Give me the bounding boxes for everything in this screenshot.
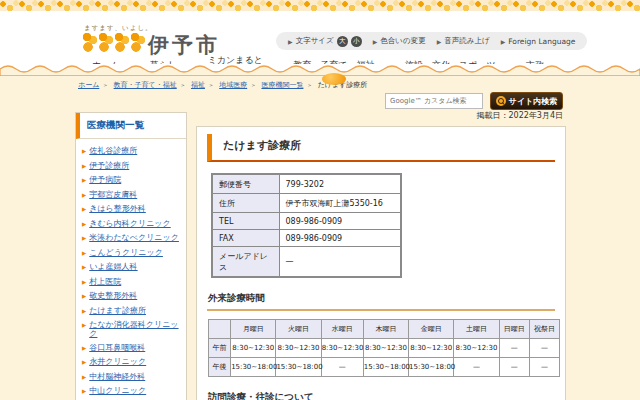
site-header: ますます、いよし。 伊予市 ▶ 文字サイズ 大 小 ▶ 色合いの変更 ▶ 音声読… [0, 11, 640, 64]
sidebar-title: 医療機関一覧 [76, 113, 186, 139]
sidebar-list-item: ▶ 谷口耳鼻咽喉科 [82, 343, 182, 353]
main-content: たけます診療所 郵便番号 799-3202 住所 伊予市双海町上灘5350-16 [196, 126, 566, 400]
info-label: 住所 [212, 194, 279, 213]
foreign-language-link[interactable]: ▶ Foreign Language [501, 37, 576, 46]
day-column-header: 土曜日 [454, 320, 499, 339]
info-label: 郵便番号 [212, 174, 279, 194]
day-column-header: 水曜日 [321, 320, 363, 339]
day-column-header: 月曜日 [231, 320, 276, 339]
search-input[interactable] [385, 93, 483, 109]
color-change-label: 色合いの変更 [380, 36, 425, 46]
font-size-small-button[interactable]: 小 [351, 36, 362, 47]
hours-cell: 8:30~12:30 [454, 339, 499, 358]
arrow-icon: ▶ [82, 248, 86, 258]
arrow-icon: ▶ [82, 175, 86, 185]
hours-cell: 8:30~12:30 [363, 339, 408, 358]
sidebar-clinic-link[interactable]: いよ産婦人科 [89, 262, 137, 271]
speech-readout-link[interactable]: ▶ 音声読み上げ [437, 36, 490, 46]
sidebar-clinic-link[interactable]: 伊予病院 [89, 175, 121, 184]
wavy-divider [0, 64, 640, 76]
hours-header-row: 月曜日火曜日水曜日木曜日金曜日土曜日日曜日祝祭日 [209, 320, 560, 339]
day-column-header: 火曜日 [276, 320, 321, 339]
sidebar-clinic-link[interactable]: 宇都宮皮膚科 [89, 190, 137, 199]
foreign-language-label: Foreign Language [508, 37, 575, 46]
site-search-button[interactable]: サイト内検索 [490, 92, 563, 110]
arrow-icon: ▶ [82, 277, 86, 287]
day-column-header: 金曜日 [409, 320, 454, 339]
arrow-icon: ▶ [501, 38, 506, 45]
breadcrumb-label[interactable]: ホーム [78, 81, 99, 89]
hours-cell: — [499, 339, 529, 358]
sidebar-clinic-link[interactable]: たけます診療所 [89, 306, 146, 315]
utility-bar: ▶ 文字サイズ 大 小 ▶ 色合いの変更 ▶ 音声読み上げ ▶ Foreign … [276, 32, 587, 50]
breadcrumb-label[interactable]: 医療機関一覧 [261, 81, 303, 89]
hours-cell: 8:30~12:30 [231, 339, 276, 358]
sidebar-clinic-link[interactable]: 中村脳神経外科 [89, 372, 145, 381]
table-row: TEL 089-986-0909 [212, 213, 401, 230]
mikan-mascot-icon [83, 32, 97, 54]
sidebar-clinic-link[interactable]: きむら内科クリニック [89, 219, 171, 228]
sidebar-list-item: ▶ たけます診療所 [82, 306, 182, 316]
breadcrumb-item[interactable]: 教育・子育て・福祉 [99, 80, 176, 90]
font-size-large-button[interactable]: 大 [337, 36, 348, 47]
breadcrumb-label[interactable]: 教育・子育て・福祉 [114, 81, 177, 89]
sidebar-clinic-link[interactable]: 米湊わたなべクリニック [89, 233, 179, 242]
breadcrumb-label[interactable]: 地域医療 [219, 81, 247, 89]
sidebar-clinic-link[interactable]: 谷口耳鼻咽喉科 [89, 343, 145, 352]
mikan-mascot-icon [115, 32, 129, 54]
sidebar-list-item: ▶ 宇都宮皮膚科 [82, 190, 182, 200]
table-row: 住所 伊予市双海町上灘5350-16 [212, 194, 401, 213]
hours-row-pm: 午後 15:30~18:0015:30~18:00—15:30~18:0015:… [209, 358, 560, 377]
hours-row-label: 午後 [209, 358, 231, 377]
sidebar-clinic-link[interactable]: 永井クリニック [89, 357, 146, 366]
hours-section-heading: 外来診療時間 [207, 290, 555, 311]
sidebar-list-item: ▶ いよ産婦人科 [82, 262, 182, 272]
day-column-header: 祝祭日 [529, 320, 559, 339]
arrow-icon: ▶ [82, 343, 86, 353]
search-icon [496, 96, 506, 106]
sidebar-clinic-link[interactable]: 敬史整形外科 [89, 291, 137, 300]
breadcrumb-item[interactable]: 医療機関一覧 [247, 80, 303, 90]
site-search-button-label: サイト内検索 [509, 96, 558, 107]
info-label: TEL [212, 213, 279, 230]
info-label: FAX [212, 230, 279, 247]
sidebar-clinic-link[interactable]: 中山クリニック [89, 386, 146, 395]
mikan-mascot-icon [131, 32, 145, 54]
font-size-label: 文字サイズ [296, 36, 334, 46]
sidebar-clinic-link[interactable]: たなか消化器科クリニック [89, 320, 182, 338]
table-row: メールアドレス — [212, 247, 401, 278]
sidebar-clinic-link[interactable]: 村上医院 [89, 277, 121, 286]
breadcrumb-item[interactable]: ホーム [78, 80, 99, 90]
sidebar-list-item: ▶ 中村脳神経外科 [82, 372, 182, 382]
hours-cell: 15:30~18:00 [363, 358, 408, 377]
sidebar-list-item: ▶ 伊予診療所 [82, 161, 182, 171]
mascot-logo[interactable] [83, 32, 145, 56]
breadcrumb-item[interactable]: 福祉 [177, 80, 205, 90]
breadcrumb-label[interactable]: 福祉 [191, 81, 205, 89]
arrow-icon: ▶ [82, 306, 86, 316]
table-row: 郵便番号 799-3202 [212, 174, 401, 194]
color-change-link[interactable]: ▶ 色合いの変更 [373, 36, 426, 46]
sidebar-list-item: ▶ たなか消化器科クリニック [82, 320, 182, 338]
breadcrumb: ホーム 教育・子育て・福祉 福祉 地域医療 医療機関一覧 たけます診療所 [78, 80, 398, 90]
sidebar-clinic-link[interactable]: 伊予診療所 [89, 161, 129, 170]
arrow-icon: ▶ [82, 291, 86, 301]
hours-cell: 15:30~18:00 [231, 358, 276, 377]
arrow-icon: ▶ [82, 372, 86, 382]
arrow-icon: ▶ [373, 38, 378, 45]
hours-row-am: 午前 8:30~12:308:30~12:308:30~12:308:30~12… [209, 339, 560, 358]
arrow-icon: ▶ [82, 161, 86, 171]
day-column-header [209, 320, 231, 339]
speech-readout-label: 音声読み上げ [444, 36, 489, 46]
arrow-icon: ▶ [288, 38, 293, 45]
sidebar-list-item: ▶ 佐礼谷診療所 [82, 146, 182, 156]
mikan-mascot-icon [99, 32, 113, 54]
arrow-icon: ▶ [82, 219, 86, 229]
sidebar-clinic-link[interactable]: きはら整形外科 [89, 204, 146, 213]
sidebar-list-item: ▶ 中山クリニック [82, 386, 182, 396]
sidebar-clinic-link[interactable]: 佐礼谷診療所 [89, 146, 137, 155]
arrow-icon: ▶ [82, 262, 86, 272]
breadcrumb-item[interactable]: 地域医療 [205, 80, 247, 90]
arrow-icon: ▶ [82, 190, 86, 200]
sidebar-clinic-link[interactable]: こんどうクリニック [89, 248, 163, 257]
